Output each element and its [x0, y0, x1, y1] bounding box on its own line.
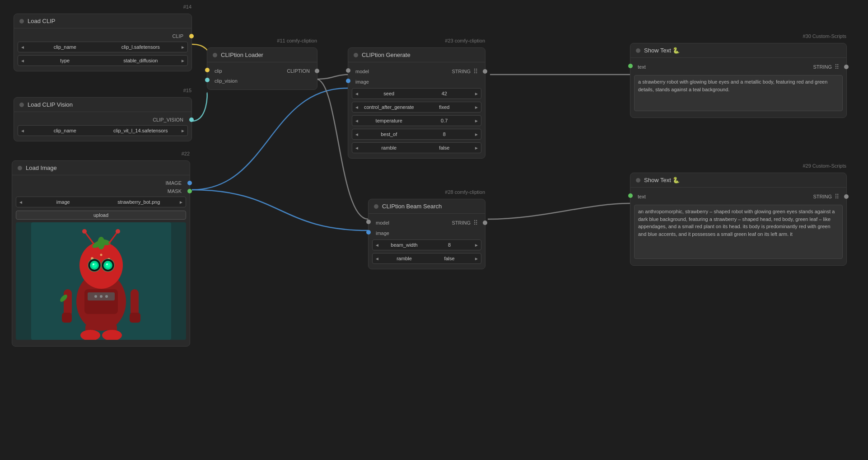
input-model-connector[interactable]: [346, 68, 350, 73]
ramble-beam-left-arrow[interactable]: ◄: [373, 253, 382, 264]
control-after-right-arrow[interactable]: ►: [472, 102, 481, 113]
svg-rect-30: [131, 289, 139, 316]
image-name-value: strawberry_bot.png: [101, 199, 177, 205]
text-output-30: a strawberry robot with glowing blue eye…: [634, 75, 843, 111]
beam-width-right-arrow[interactable]: ►: [472, 239, 481, 250]
image-name-left-arrow[interactable]: ◄: [16, 197, 25, 207]
seed-right-arrow[interactable]: ►: [472, 88, 481, 99]
node-header-load-clip: Load CLIP: [14, 14, 191, 28]
type-value: stable_diffusion: [103, 58, 179, 63]
node-canvas: #14 Load CLIP CLIP ◄ clip_name clip_l.sa…: [0, 0, 868, 460]
output-string-beam-label: STRING: [452, 220, 471, 225]
clip-name-vision-right-arrow[interactable]: ►: [178, 125, 187, 136]
widget-best-of: ◄ best_of 8 ►: [348, 127, 485, 141]
widget-image-name: ◄ image strawberry_bot.png ►: [12, 195, 190, 209]
node-title-cliption-beam: CLIPtion Beam Search: [382, 203, 442, 210]
control-after-value: fixed: [417, 104, 472, 110]
ramble-generate-right-arrow[interactable]: ►: [472, 142, 481, 153]
svg-point-20: [105, 263, 111, 268]
node-header-show-text-30: Show Text 🐍: [630, 43, 846, 58]
input-clip-vision-connector[interactable]: [205, 78, 210, 82]
clip-name-left-arrow[interactable]: ◄: [18, 42, 27, 52]
beam-width-left-arrow[interactable]: ◄: [373, 239, 382, 250]
type-left-arrow[interactable]: ◄: [18, 55, 27, 66]
node-status-dot-text30: [636, 48, 640, 53]
clip-name-vision-left-arrow[interactable]: ◄: [18, 125, 27, 136]
node-load-clip-vision: #15 Load CLIP Vision CLIP_VISION ◄ clip_…: [14, 97, 192, 141]
ramble-beam-label: ramble: [382, 256, 427, 261]
temperature-right-arrow[interactable]: ►: [472, 115, 481, 126]
svg-point-25: [94, 295, 97, 298]
node-status-dot-image: [18, 166, 22, 170]
best-of-right-arrow[interactable]: ►: [472, 129, 481, 140]
output-mask: MASK: [12, 187, 190, 195]
input-model-beam-connector[interactable]: [366, 220, 371, 224]
output-clip-connector[interactable]: [189, 34, 194, 38]
control-after-control[interactable]: ◄ control_after_generate fixed ►: [352, 102, 481, 113]
ramble-generate-left-arrow[interactable]: ◄: [352, 142, 361, 153]
svg-rect-29: [62, 313, 72, 323]
widget-seed: ◄ seed 42 ►: [348, 87, 485, 100]
node-status-dot-beam: [374, 204, 378, 209]
node-body-cliption-generate: model STRING ⠿ image ◄ seed 42 ►: [348, 62, 485, 158]
output-string-beam-connector[interactable]: [483, 221, 487, 225]
output-string-connector[interactable]: [483, 69, 487, 74]
node-header-cliption-generate: CLIPtion Generate: [348, 48, 485, 62]
input-model-beam-label: model: [376, 220, 389, 225]
clip-name-right-arrow[interactable]: ►: [178, 42, 187, 52]
svg-point-4: [100, 254, 102, 256]
image-name-control[interactable]: ◄ image strawberry_bot.png ►: [16, 197, 186, 207]
input-text-29-connector[interactable]: [628, 193, 633, 198]
output-string-label: STRING: [452, 69, 471, 74]
strawberry-robot-svg: [31, 222, 171, 340]
node-body-show-text-29: text STRING ⠿ an anthropomorphic, strawb…: [630, 188, 846, 265]
best-of-control[interactable]: ◄ best_of 8 ►: [352, 129, 481, 140]
best-of-left-arrow[interactable]: ◄: [352, 129, 361, 140]
output-mask-label: MASK: [168, 188, 182, 194]
control-after-left-arrow[interactable]: ◄: [352, 102, 361, 113]
widget-temperature: ◄ temperature 0.7 ►: [348, 114, 485, 127]
node-id-show-text-30: #30 Custom-Scripts: [803, 33, 846, 39]
ramble-generate-control[interactable]: ◄ ramble false ►: [352, 142, 481, 153]
widget-ramble-beam: ◄ ramble false ►: [369, 252, 485, 265]
beam-width-label: beam_width: [382, 242, 427, 248]
output-mask-connector[interactable]: [187, 189, 192, 193]
temperature-left-arrow[interactable]: ◄: [352, 115, 361, 126]
ramble-beam-right-arrow[interactable]: ►: [472, 253, 481, 264]
output-clip-vision-connector[interactable]: [189, 117, 194, 122]
seed-left-arrow[interactable]: ◄: [352, 88, 361, 99]
svg-point-27: [105, 295, 108, 298]
input-image-connector[interactable]: [346, 79, 350, 83]
output-string-29-connector[interactable]: [844, 194, 849, 199]
type-control[interactable]: ◄ type stable_diffusion ►: [18, 55, 188, 66]
node-id-load-image: #22: [182, 151, 190, 156]
node-id-cliption-generate: #23 comfy-cliption: [445, 38, 485, 43]
input-image-beam-label: image: [376, 230, 389, 236]
seed-control[interactable]: ◄ seed 42 ►: [352, 88, 481, 99]
upload-button[interactable]: upload: [16, 211, 186, 220]
clip-name-value: clip_l.safetensors: [103, 44, 179, 50]
beam-width-control[interactable]: ◄ beam_width 8 ►: [372, 239, 481, 250]
input-clip-connector[interactable]: [205, 68, 210, 72]
ramble-beam-value: false: [427, 256, 472, 261]
output-cliption-connector[interactable]: [315, 69, 319, 73]
image-name-right-arrow[interactable]: ►: [177, 197, 186, 207]
node-title-cliption-loader: CLIPtion Loader: [221, 52, 263, 58]
type-right-arrow[interactable]: ►: [178, 55, 187, 66]
node-id-cliption-beam: #28 comfy-cliption: [445, 189, 485, 195]
string-dots: ⠿: [473, 68, 478, 75]
ramble-generate-value: false: [417, 145, 472, 150]
svg-rect-31: [130, 313, 140, 323]
temperature-control[interactable]: ◄ temperature 0.7 ►: [352, 115, 481, 126]
input-text-30-connector[interactable]: [628, 64, 633, 68]
output-string-30-connector[interactable]: [844, 65, 849, 69]
clip-name-vision-control[interactable]: ◄ clip_name clip_vit_l_14.safetensors ►: [18, 125, 188, 136]
image-name-label: image: [25, 199, 101, 205]
input-image-beam-connector[interactable]: [366, 230, 371, 235]
svg-point-21: [93, 263, 94, 265]
seed-label: seed: [361, 91, 417, 96]
ramble-beam-control[interactable]: ◄ ramble false ►: [372, 253, 481, 264]
output-image-connector[interactable]: [187, 181, 192, 185]
clip-name-vision-label: clip_name: [27, 128, 103, 133]
clip-name-control[interactable]: ◄ clip_name clip_l.safetensors ►: [18, 42, 188, 52]
